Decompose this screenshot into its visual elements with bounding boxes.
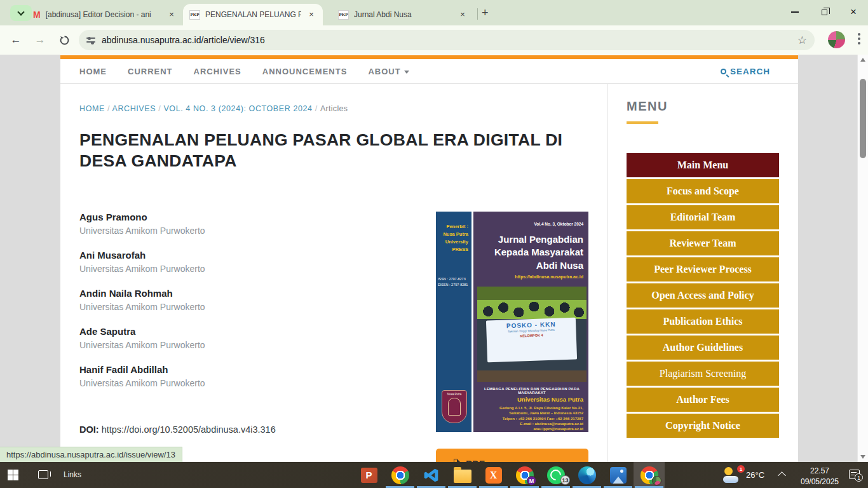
chevron-down-icon	[404, 71, 409, 74]
tray-expand-icon[interactable]	[778, 471, 786, 480]
address-bar[interactable]: abdinusa.nusaputra.ac.id/article/view/31…	[79, 30, 815, 50]
gmail-icon: M	[33, 10, 41, 20]
start-button[interactable]	[8, 470, 18, 480]
browser-toolbar: ← → abdinusa.nusaputra.ac.id/article/vie…	[0, 25, 868, 55]
site-settings-icon[interactable]	[86, 36, 95, 44]
sidebar-item-plagiarism-screening[interactable]: Plagiarism Screening	[627, 362, 779, 386]
close-icon[interactable]: ×	[458, 10, 468, 20]
browser-tab-journal[interactable]: PKP Jurnal Abdi Nusa ×	[332, 4, 474, 25]
bookmark-star-icon[interactable]: ☆	[797, 34, 807, 47]
window-close-button[interactable]: ×	[839, 0, 868, 24]
nav-announcements[interactable]: ANNOUNCEMENTS	[262, 67, 348, 76]
doi-link[interactable]: https://doi.org/10.52005/abdinusa.v4i3.3…	[102, 424, 276, 435]
taskbar-photos-icon[interactable]	[602, 462, 634, 488]
sidebar-item-main-menu[interactable]: Main Menu	[627, 153, 779, 177]
task-view-icon[interactable]	[38, 470, 48, 479]
taskbar-clock[interactable]: 22.57 09/05/2025	[793, 466, 846, 488]
close-icon[interactable]: ×	[306, 10, 316, 20]
new-tab-button[interactable]: +	[482, 8, 489, 18]
minimize-icon	[791, 11, 799, 13]
sidebar-item-focus-and-scope[interactable]: Focus and Scope	[627, 179, 779, 203]
link-preview-status: https://abdinusa.nusaputra.ac.id/issue/v…	[0, 447, 182, 462]
cover-website: https://abdinusa.nusaputra.ac.id	[515, 274, 583, 279]
windows-taskbar: Links P X M 13 1 26°C 22.57 09/05/2025	[0, 462, 868, 488]
taskbar-powerpoint-icon[interactable]: P	[353, 462, 384, 488]
moon-icon	[724, 467, 733, 475]
nav-about[interactable]: ABOUT	[368, 67, 409, 76]
taskbar-xampp-icon[interactable]: X	[478, 462, 509, 488]
browser-tab-gmail[interactable]: M [abdinusa] Editor Decision - ani ×	[27, 4, 183, 25]
temperature-label[interactable]: 26°C	[746, 470, 764, 480]
article-title: PENGENALAN PELUANG PASAR GLOBAL ERA DIGI…	[79, 130, 600, 172]
url-text[interactable]: abdinusa.nusaputra.ac.id/article/view/31…	[102, 35, 797, 45]
nav-home[interactable]: HOME	[79, 67, 107, 76]
sidebar-item-publication-ethics[interactable]: Publication Ethics	[627, 309, 779, 334]
sidebar-heading-underline	[627, 121, 658, 124]
author-item: Agus Pramono Universitas Amikom Purwoker…	[79, 211, 353, 236]
sidebar-item-open-access-and-policy[interactable]: Open Access and Policy	[627, 283, 779, 308]
nav-archives[interactable]: ARCHIVES	[194, 67, 241, 76]
tab-title: PENGENALAN PELUANG PASAR	[205, 10, 301, 19]
page-scrollbar[interactable]	[857, 55, 868, 462]
site-navbar: HOME CURRENT ARCHIVES ANNOUNCEMENTS ABOU…	[60, 59, 798, 84]
chevron-down-icon	[17, 8, 24, 15]
breadcrumb-issue[interactable]: VOL. 4 NO. 3 (2024): OCTOBER 2024	[163, 104, 312, 113]
sidebar-item-editorial-team[interactable]: Editorial Team	[627, 205, 779, 229]
window-minimize-button[interactable]	[780, 0, 810, 24]
taskbar-chrome-active-icon[interactable]	[634, 462, 665, 488]
cover-group-photo: POSKO - KKN Sekolah Tinggi Teknologi Nus…	[477, 287, 587, 382]
doi-line: DOI: https://doi.org/10.52005/abdinusa.v…	[79, 424, 276, 435]
browser-tab-article[interactable]: PKP PENGENALAN PELUANG PASAR ×	[183, 4, 323, 25]
notification-center-icon[interactable]: 1	[849, 470, 860, 479]
doi-label: DOI:	[79, 424, 99, 435]
links-toolbar-label[interactable]: Links	[64, 470, 81, 479]
cover-volume: Vol.4 No. 3, Oktober 2024	[534, 222, 583, 226]
cover-university: Universitas Nusa Putra	[517, 396, 583, 403]
breadcrumb-archives[interactable]: ARCHIVES	[112, 104, 156, 113]
author-name: Ani Musarofah	[79, 249, 353, 261]
sidebar-item-copyright-notice[interactable]: Copyright Notice	[627, 414, 779, 438]
back-button[interactable]: ←	[8, 32, 24, 48]
sidebar-item-author-guidelines[interactable]: Author Guidelines	[627, 336, 779, 360]
pkp-icon: PKP	[338, 10, 349, 20]
author-item: Hanif Fadil Abdillah Universitas Amikom …	[79, 363, 353, 389]
cover-organization: LEMBAGA PENELITIAN DAN PENGABDIAN PADA M…	[478, 387, 586, 395]
reload-button[interactable]	[56, 32, 72, 48]
sidebar-item-author-fees[interactable]: Author Fees	[627, 388, 779, 412]
nav-search[interactable]: SEARCH	[721, 59, 770, 84]
journal-cover-image: Penerbit : Nusa Putra University PRESS I…	[436, 212, 588, 432]
tab-title: [abdinusa] Editor Decision - ani	[46, 10, 161, 19]
taskbar-file-explorer-icon[interactable]	[447, 462, 478, 488]
sidebar-item-reviewer-team[interactable]: Reviewer Team	[627, 231, 779, 255]
taskbar-whatsapp-icon[interactable]: 13	[540, 462, 571, 488]
webpage-content: HOME CURRENT ARCHIVES ANNOUNCEMENTS ABOU…	[60, 55, 798, 462]
taskbar-edge-icon[interactable]	[571, 462, 602, 488]
scrollbar-thumb[interactable]	[860, 79, 866, 158]
profile-avatar[interactable]	[828, 31, 845, 48]
search-icon	[721, 69, 726, 74]
author-name: Andin Naila Rohmah	[79, 287, 353, 299]
taskbar-chrome-icon[interactable]	[384, 462, 416, 488]
sidebar-item-peer-reviewer-process[interactable]: Peer Reviewer Process	[627, 257, 779, 281]
scroll-down-arrow-icon[interactable]	[860, 455, 865, 459]
weather-widget[interactable]: 1	[723, 467, 742, 483]
author-name: Agus Pramono	[79, 211, 353, 223]
taskbar-apps: P X M 13	[353, 462, 665, 488]
cover-issn: ISSN : 2797-8273 EISSN : 2797-8281	[438, 276, 468, 288]
breadcrumb: HOME / ARCHIVES / VOL. 4 NO. 3 (2024): O…	[79, 104, 348, 113]
gmail-app-badge: M	[527, 476, 536, 485]
close-icon[interactable]: ×	[166, 10, 177, 20]
scroll-up-arrow-icon[interactable]	[860, 58, 865, 62]
nav-current[interactable]: CURRENT	[128, 67, 173, 76]
author-affiliation: Universitas Amikom Purwokerto	[79, 263, 353, 274]
author-affiliation: Universitas Amikom Purwokerto	[79, 301, 353, 313]
sidebar-heading: MENU	[627, 99, 668, 114]
forward-button[interactable]: →	[32, 32, 48, 48]
breadcrumb-home[interactable]: HOME	[79, 104, 105, 113]
taskbar-vscode-icon[interactable]	[416, 462, 447, 488]
window-restore-button[interactable]	[810, 0, 839, 24]
pdf-download-button[interactable]: PDF	[436, 449, 588, 462]
taskbar-chrome-gmail-icon[interactable]: M	[509, 462, 540, 488]
browser-menu-icon[interactable]	[858, 33, 860, 47]
cover-left-strip: Penerbit : Nusa Putra University PRESS I…	[436, 212, 473, 432]
